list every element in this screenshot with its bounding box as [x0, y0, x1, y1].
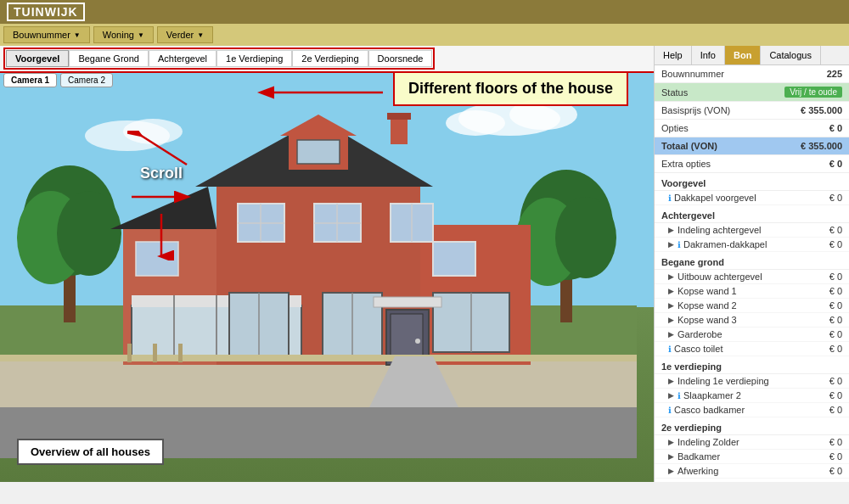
option-label: Dakramen-dakkapel — [683, 239, 829, 249]
tab-bon[interactable]: Bon — [725, 46, 761, 64]
scroll-annotation: Scroll — [127, 131, 195, 260]
camera-1-btn[interactable]: Camera 1 — [3, 73, 57, 87]
svg-rect-55 — [153, 344, 157, 362]
svg-rect-54 — [127, 344, 132, 362]
expand-arrow: ▶ — [668, 391, 674, 400]
info-icon: ℹ — [678, 240, 681, 249]
nav-bar: Bouwnummer ▼ Woning ▼ Verder ▼ — [0, 24, 849, 46]
option-value: € 0 — [829, 344, 842, 354]
svg-point-17 — [555, 197, 616, 278]
bon-content: Bouwnnummer 225 Status Vrij / te oude Ba… — [655, 65, 849, 482]
right-panel: Help Info Bon Catalogus Bouwnnummer 225 … — [654, 46, 849, 482]
opties-value: € 0 — [829, 123, 842, 133]
option-label: Indeling 1e verdieping — [678, 376, 829, 386]
option-label: Uitbouw achtergevel — [678, 272, 829, 282]
option-label: Casco toilet — [674, 344, 829, 354]
option-value: € 0 — [829, 239, 842, 249]
expand-arrow: ▶ — [668, 316, 674, 324]
expand-arrow: ▶ — [668, 226, 674, 234]
svg-rect-49 — [374, 297, 441, 307]
option-label: Slaapkamer 2 — [683, 390, 829, 400]
option-value: € 0 — [829, 225, 842, 235]
section-header: Voorgevel — [655, 173, 849, 191]
annotation-title: Different floors of the house — [393, 71, 628, 106]
tab-begane-grond[interactable]: Begane Grond — [69, 50, 149, 67]
tab-doorsnede[interactable]: Doorsnede — [368, 50, 433, 67]
option-row[interactable]: ▶Uitbouw achtergevel€ 0 — [655, 270, 849, 284]
basisprijs-label: Basisprijs (VON) — [661, 105, 730, 115]
bouwnum-value: 225 — [827, 69, 842, 79]
view-panel: Voorgevel Begane Grond Achtergevel 1e Ve… — [0, 46, 654, 482]
option-value: € 0 — [829, 437, 842, 447]
camera-2-btn[interactable]: Camera 2 — [60, 73, 113, 87]
scroll-arrow-right — [127, 184, 195, 210]
expand-arrow: ▶ — [668, 287, 674, 295]
option-row[interactable]: ▶Indeling achtergevel€ 0 — [655, 223, 849, 238]
tab-voorgevel[interactable]: Voorgevel — [6, 50, 69, 67]
expand-arrow: ▶ — [668, 240, 674, 249]
tab-achtergevel[interactable]: Achtergevel — [149, 50, 216, 67]
tab-1e-verdieping[interactable]: 1e Verdieping — [216, 50, 292, 67]
option-row[interactable]: ℹCasco toilet€ 0 — [655, 342, 849, 356]
option-row[interactable]: ▶Garderobe€ 0 — [655, 328, 849, 342]
option-row[interactable]: ▶Kopse wand 2€ 0 — [655, 299, 849, 313]
expand-arrow: ▶ — [668, 438, 674, 446]
tab-info[interactable]: Info — [692, 46, 725, 64]
nav-woning[interactable]: Woning ▼ — [93, 26, 154, 43]
option-label: Dakkapel voorgevel — [674, 193, 829, 203]
tab-2e-verdieping[interactable]: 2e Verdieping — [292, 50, 368, 67]
logo: TUINWIJK — [7, 3, 85, 21]
chevron-icon: ▼ — [74, 31, 81, 39]
svg-rect-25 — [297, 140, 340, 164]
expand-arrow: ▶ — [668, 377, 674, 385]
option-row[interactable]: ▶ℹSlaapkamer 2€ 0 — [655, 389, 849, 403]
status-row: Status Vrij / te oude — [655, 83, 849, 102]
option-row[interactable]: ▶ℹDakramen-dakkapel€ 0 — [655, 238, 849, 252]
option-row[interactable]: ▶Badkamer€ 0 — [655, 450, 849, 464]
option-label: Garderobe — [678, 329, 829, 339]
extra-value: € 0 — [829, 159, 842, 169]
opties-label: Opties — [661, 123, 689, 133]
option-row[interactable]: ▶Indeling 1e verdieping€ 0 — [655, 374, 849, 389]
svg-point-46 — [415, 339, 420, 344]
option-value: € 0 — [829, 451, 842, 462]
option-value: € 0 — [829, 405, 842, 415]
section-header: 2e verdieping — [655, 417, 849, 435]
status-badge: Vrij / te oude — [784, 87, 842, 98]
option-value: € 0 — [829, 329, 842, 339]
totaal-label: Totaal (VON) — [661, 141, 717, 151]
arrow-to-tabs — [257, 80, 385, 105]
expand-arrow: ▶ — [668, 272, 674, 281]
option-row[interactable]: ℹCasco badkamer€ 0 — [655, 403, 849, 417]
option-label: Kopse wand 1 — [678, 286, 829, 296]
svg-rect-45 — [391, 314, 423, 361]
option-row[interactable]: ▶Kopse wand 3€ 0 — [655, 313, 849, 328]
overview-button[interactable]: Overview of all houses — [17, 439, 164, 465]
nav-verder[interactable]: Verder ▼ — [157, 26, 213, 43]
option-label: Indeling Zolder — [678, 437, 829, 447]
tab-catalogus[interactable]: Catalogus — [761, 46, 821, 64]
tab-help[interactable]: Help — [655, 46, 692, 64]
chevron-icon: ▼ — [138, 31, 144, 39]
house-scene: Scroll Overview of all houses — [0, 46, 654, 482]
option-row[interactable]: ▶Kopse wand 1€ 0 — [655, 284, 849, 299]
bouwnum-label: Bouwnnummer — [661, 69, 724, 79]
svg-rect-56 — [178, 344, 183, 362]
nav-bouwnum[interactable]: Bouwnummer ▼ — [3, 26, 90, 43]
option-row[interactable]: ▶Afwerking€ 0 — [655, 464, 849, 479]
option-row[interactable]: ▶Indeling Zolder€ 0 — [655, 435, 849, 450]
option-label: Indeling achtergevel — [678, 225, 829, 235]
scroll-arrow-down — [149, 210, 174, 260]
section-header: Achtergevel — [655, 205, 849, 223]
option-value: € 0 — [829, 466, 842, 476]
svg-rect-53 — [0, 355, 637, 361]
expand-arrow: ▶ — [668, 452, 674, 461]
totaal-row: Totaal (VON) € 355.000 — [655, 137, 849, 155]
info-icon: ℹ — [668, 406, 672, 415]
option-value: € 0 — [829, 376, 842, 386]
svg-rect-34 — [433, 242, 475, 276]
basisprijs-row: Basisprijs (VON) € 355.000 — [655, 102, 849, 120]
chevron-icon: ▼ — [197, 31, 204, 39]
svg-point-4 — [446, 110, 505, 136]
option-row[interactable]: ℹDakkapel voorgevel€ 0 — [655, 191, 849, 205]
